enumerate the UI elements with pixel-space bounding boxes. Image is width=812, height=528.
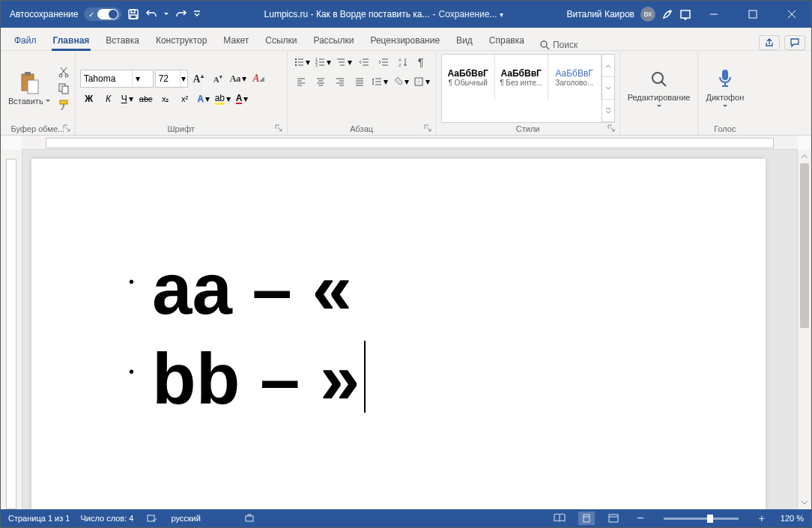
user-avatar[interactable]: ВК (640, 7, 655, 22)
vertical-scrollbar[interactable] (797, 150, 811, 509)
font-name-input[interactable] (81, 73, 132, 84)
accessibility-icon[interactable] (241, 512, 258, 525)
grow-font-button[interactable]: A▴ (190, 70, 207, 87)
editing-button[interactable]: Редактирование (625, 54, 694, 123)
bullets-button[interactable]: ▾ (292, 54, 312, 70)
strikethrough-button[interactable]: abc (137, 91, 155, 107)
qat-customize-icon[interactable] (193, 8, 201, 20)
autosave-toggle[interactable]: ✓ (84, 7, 121, 21)
numbering-button[interactable]: 123▾ (313, 54, 333, 70)
read-mode-button[interactable] (551, 512, 568, 525)
tab-home[interactable]: Главная (46, 31, 97, 50)
superscript-button[interactable]: x² (176, 91, 194, 107)
word-count[interactable]: Число слов: 4 (80, 514, 133, 523)
redo-icon[interactable] (175, 8, 187, 20)
document-line-2[interactable]: • bb – » (129, 332, 721, 422)
close-button[interactable] (775, 1, 808, 28)
align-right-button[interactable] (331, 73, 349, 90)
horizontal-ruler[interactable] (22, 136, 798, 150)
chevron-down-icon[interactable]: ▾ (180, 70, 187, 87)
tab-help[interactable]: Справка (482, 31, 532, 50)
save-icon[interactable] (127, 8, 139, 20)
paste-button[interactable]: Вставить (5, 54, 54, 123)
comments-button[interactable] (784, 35, 805, 50)
dialog-launcher-icon[interactable] (424, 124, 431, 132)
tab-insert[interactable]: Вставка (98, 31, 147, 50)
font-color-button[interactable]: A▾ (234, 91, 250, 107)
tab-layout[interactable]: Макет (216, 31, 256, 50)
gallery-up-button[interactable] (602, 55, 614, 77)
zoom-out-button[interactable]: − (632, 512, 649, 525)
show-marks-button[interactable]: ¶ (412, 54, 430, 70)
scroll-thumb[interactable] (800, 163, 809, 328)
subscript-button[interactable]: x₂ (157, 91, 175, 107)
increase-indent-button[interactable] (375, 54, 393, 70)
align-left-button[interactable] (292, 73, 310, 90)
dialog-launcher-icon[interactable] (63, 124, 70, 132)
style-normal[interactable]: АаБбВвГ¶ Обычный (442, 55, 495, 100)
title-dropdown-icon[interactable]: ▾ (500, 10, 503, 19)
style-heading1[interactable]: АаБбВвГЗаголово... (548, 55, 602, 100)
zoom-knob[interactable] (707, 515, 713, 523)
underline-button[interactable]: Ч▾ (119, 91, 136, 107)
vertical-ruler[interactable] (1, 150, 22, 509)
tab-mailings[interactable]: Рассылки (306, 31, 362, 50)
scroll-up-button[interactable] (798, 150, 811, 163)
font-size-combo[interactable]: ▾ (155, 70, 188, 88)
page[interactable]: • aa – « • bb – » (31, 159, 766, 509)
chevron-down-icon[interactable]: ▾ (132, 70, 143, 87)
ribbon-display-icon[interactable] (679, 8, 691, 20)
text-effects-button[interactable]: A▾ (196, 91, 212, 107)
style-no-spacing[interactable]: АаБбВвГ¶ Без инте... (495, 55, 548, 100)
zoom-level[interactable]: 120 % (781, 514, 804, 523)
format-painter-button[interactable] (57, 98, 70, 112)
maximize-button[interactable] (736, 1, 769, 28)
spell-check-icon[interactable] (144, 512, 160, 525)
tab-file[interactable]: Файл (7, 31, 44, 50)
font-size-input[interactable] (156, 73, 180, 84)
page-status[interactable]: Страница 1 из 1 (8, 514, 70, 523)
multilevel-list-button[interactable]: ▾ (334, 54, 354, 70)
tell-me-search[interactable]: Поиск (539, 40, 578, 50)
gallery-down-button[interactable] (602, 77, 614, 100)
sort-button[interactable]: AZ (394, 54, 410, 70)
zoom-in-button[interactable]: + (754, 512, 770, 525)
justify-button[interactable] (351, 73, 369, 90)
language-status[interactable]: русский (171, 514, 200, 523)
decrease-indent-button[interactable] (355, 54, 373, 70)
tab-review[interactable]: Рецензирование (363, 31, 447, 50)
web-layout-button[interactable] (605, 512, 622, 525)
borders-button[interactable]: ▾ (412, 73, 431, 90)
window-title: Lumpics.ru - Как в Ворде поставить ка...… (207, 9, 560, 19)
dialog-launcher-icon[interactable] (275, 124, 282, 132)
copy-button[interactable] (57, 82, 70, 95)
bold-button[interactable]: Ж (80, 91, 98, 107)
scroll-down-button[interactable] (798, 496, 811, 509)
coming-soon-icon[interactable] (661, 8, 673, 20)
line-spacing-button[interactable]: ▾ (370, 73, 390, 90)
clear-formatting-button[interactable]: A◢ (249, 70, 267, 87)
styles-gallery[interactable]: АаБбВвГ¶ Обычный АаБбВвГ¶ Без инте... Аа… (441, 54, 615, 123)
zoom-slider[interactable] (664, 518, 739, 520)
font-name-combo[interactable]: ▾ (80, 70, 154, 88)
undo-dropdown[interactable] (163, 11, 169, 17)
document-line-1[interactable]: • aa – « (129, 246, 721, 332)
dialog-launcher-icon[interactable] (608, 124, 615, 132)
tab-view[interactable]: Вид (449, 31, 480, 50)
undo-icon[interactable] (145, 8, 157, 20)
tab-design[interactable]: Конструктор (148, 31, 214, 50)
cut-button[interactable] (57, 65, 70, 79)
shading-button[interactable]: ▾ (391, 73, 410, 90)
highlight-button[interactable]: ab▾ (213, 91, 232, 107)
change-case-button[interactable]: Aa▾ (228, 70, 249, 87)
shrink-font-button[interactable]: A▾ (209, 70, 227, 87)
dictate-button[interactable]: Диктофон (703, 54, 747, 123)
italic-button[interactable]: К (100, 91, 118, 107)
gallery-more-button[interactable] (602, 100, 614, 122)
share-button[interactable] (759, 35, 780, 50)
document-canvas[interactable]: • aa – « • bb – » (22, 150, 797, 509)
minimize-button[interactable] (697, 1, 730, 28)
align-center-button[interactable] (312, 73, 330, 90)
tab-references[interactable]: Ссылки (258, 31, 304, 50)
print-layout-button[interactable] (578, 512, 595, 525)
